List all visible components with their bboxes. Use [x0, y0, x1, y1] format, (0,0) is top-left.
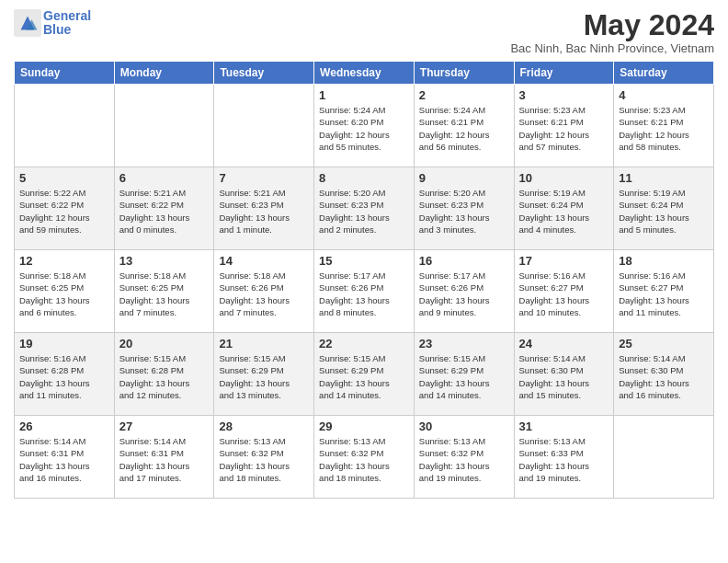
calendar-cell: 14Sunrise: 5:18 AM Sunset: 6:26 PM Dayli…	[214, 250, 314, 333]
calendar-cell: 19Sunrise: 5:16 AM Sunset: 6:28 PM Dayli…	[15, 333, 115, 416]
day-number: 29	[319, 419, 409, 433]
day-info: Sunrise: 5:14 AM Sunset: 6:30 PM Dayligh…	[519, 352, 609, 401]
day-number: 13	[119, 254, 210, 268]
day-number: 7	[219, 171, 309, 185]
weekday-header-monday: Monday	[114, 62, 214, 85]
calendar-cell: 27Sunrise: 5:14 AM Sunset: 6:31 PM Dayli…	[114, 416, 214, 499]
logo-text: General Blue	[43, 9, 91, 38]
header: General Blue May 2024 Bac Ninh, Bac Ninh…	[14, 9, 714, 55]
day-number: 28	[219, 419, 309, 433]
day-info: Sunrise: 5:13 AM Sunset: 6:32 PM Dayligh…	[319, 435, 409, 484]
calendar-cell: 17Sunrise: 5:16 AM Sunset: 6:27 PM Dayli…	[514, 250, 614, 333]
day-info: Sunrise: 5:14 AM Sunset: 6:30 PM Dayligh…	[619, 352, 709, 401]
day-number: 9	[419, 171, 509, 185]
calendar-cell	[114, 85, 214, 167]
day-number: 19	[19, 337, 109, 350]
calendar-cell	[15, 85, 115, 167]
title-area: May 2024 Bac Ninh, Bac Ninh Province, Vi…	[510, 9, 714, 55]
logo-area: General Blue	[14, 9, 91, 38]
day-info: Sunrise: 5:18 AM Sunset: 6:26 PM Dayligh…	[219, 270, 309, 318]
main-title: May 2024	[510, 9, 714, 41]
calendar-cell: 10Sunrise: 5:19 AM Sunset: 6:24 PM Dayli…	[514, 167, 614, 250]
day-info: Sunrise: 5:15 AM Sunset: 6:28 PM Dayligh…	[119, 352, 210, 401]
calendar-cell: 25Sunrise: 5:14 AM Sunset: 6:30 PM Dayli…	[614, 333, 714, 416]
day-number: 20	[119, 337, 210, 350]
day-number: 15	[319, 254, 409, 268]
day-info: Sunrise: 5:18 AM Sunset: 6:25 PM Dayligh…	[19, 270, 109, 318]
calendar-cell: 11Sunrise: 5:19 AM Sunset: 6:24 PM Dayli…	[614, 167, 714, 250]
calendar-cell: 22Sunrise: 5:15 AM Sunset: 6:29 PM Dayli…	[314, 333, 415, 416]
calendar-cell: 15Sunrise: 5:17 AM Sunset: 6:26 PM Dayli…	[314, 250, 415, 333]
logo-line2: Blue	[43, 23, 91, 37]
day-info: Sunrise: 5:13 AM Sunset: 6:33 PM Dayligh…	[519, 435, 609, 484]
weekday-header-sunday: Sunday	[15, 62, 115, 85]
calendar-cell: 8Sunrise: 5:20 AM Sunset: 6:23 PM Daylig…	[314, 167, 415, 250]
weekday-header-friday: Friday	[514, 62, 614, 85]
day-info: Sunrise: 5:13 AM Sunset: 6:32 PM Dayligh…	[219, 435, 309, 484]
day-info: Sunrise: 5:22 AM Sunset: 6:22 PM Dayligh…	[19, 187, 109, 236]
subtitle: Bac Ninh, Bac Ninh Province, Vietnam	[510, 41, 714, 55]
week-row-4: 19Sunrise: 5:16 AM Sunset: 6:28 PM Dayli…	[15, 333, 714, 416]
calendar-cell: 24Sunrise: 5:14 AM Sunset: 6:30 PM Dayli…	[514, 333, 614, 416]
logo-icon	[14, 9, 41, 37]
weekday-header-wednesday: Wednesday	[314, 62, 415, 85]
day-info: Sunrise: 5:23 AM Sunset: 6:21 PM Dayligh…	[519, 104, 609, 153]
day-number: 22	[319, 337, 409, 350]
calendar-cell: 16Sunrise: 5:17 AM Sunset: 6:26 PM Dayli…	[414, 250, 514, 333]
week-row-2: 5Sunrise: 5:22 AM Sunset: 6:22 PM Daylig…	[15, 167, 714, 250]
calendar-cell: 13Sunrise: 5:18 AM Sunset: 6:25 PM Dayli…	[114, 250, 214, 333]
day-number: 6	[119, 171, 210, 185]
day-number: 18	[619, 254, 709, 268]
day-number: 31	[519, 419, 609, 433]
calendar-cell: 28Sunrise: 5:13 AM Sunset: 6:32 PM Dayli…	[214, 416, 314, 499]
calendar-cell: 12Sunrise: 5:18 AM Sunset: 6:25 PM Dayli…	[15, 250, 115, 333]
day-number: 8	[319, 171, 409, 185]
day-number: 10	[519, 171, 609, 185]
weekday-header-row: SundayMondayTuesdayWednesdayThursdayFrid…	[15, 62, 714, 85]
day-number: 11	[619, 171, 709, 185]
day-info: Sunrise: 5:16 AM Sunset: 6:28 PM Dayligh…	[19, 352, 109, 401]
calendar-cell: 1Sunrise: 5:24 AM Sunset: 6:20 PM Daylig…	[314, 85, 415, 167]
calendar-cell: 18Sunrise: 5:16 AM Sunset: 6:27 PM Dayli…	[614, 250, 714, 333]
day-number: 21	[219, 337, 309, 350]
day-number: 26	[19, 419, 109, 433]
calendar-cell: 26Sunrise: 5:14 AM Sunset: 6:31 PM Dayli…	[15, 416, 115, 499]
day-info: Sunrise: 5:15 AM Sunset: 6:29 PM Dayligh…	[319, 352, 409, 401]
weekday-header-tuesday: Tuesday	[214, 62, 314, 85]
day-number: 27	[119, 419, 210, 433]
day-info: Sunrise: 5:19 AM Sunset: 6:24 PM Dayligh…	[519, 187, 609, 236]
calendar-cell: 30Sunrise: 5:13 AM Sunset: 6:32 PM Dayli…	[414, 416, 514, 499]
week-row-3: 12Sunrise: 5:18 AM Sunset: 6:25 PM Dayli…	[15, 250, 714, 333]
week-row-1: 1Sunrise: 5:24 AM Sunset: 6:20 PM Daylig…	[15, 85, 714, 167]
day-info: Sunrise: 5:14 AM Sunset: 6:31 PM Dayligh…	[119, 435, 210, 484]
calendar-cell: 29Sunrise: 5:13 AM Sunset: 6:32 PM Dayli…	[314, 416, 415, 499]
day-number: 16	[419, 254, 509, 268]
calendar-cell: 20Sunrise: 5:15 AM Sunset: 6:28 PM Dayli…	[114, 333, 214, 416]
day-info: Sunrise: 5:16 AM Sunset: 6:27 PM Dayligh…	[519, 270, 609, 318]
day-number: 25	[619, 337, 709, 350]
day-info: Sunrise: 5:21 AM Sunset: 6:22 PM Dayligh…	[119, 187, 210, 236]
page: General Blue May 2024 Bac Ninh, Bac Ninh…	[0, 0, 728, 563]
day-number: 1	[319, 88, 409, 102]
day-number: 5	[19, 171, 109, 185]
calendar-cell: 21Sunrise: 5:15 AM Sunset: 6:29 PM Dayli…	[214, 333, 314, 416]
calendar-cell	[214, 85, 314, 167]
calendar-cell: 31Sunrise: 5:13 AM Sunset: 6:33 PM Dayli…	[514, 416, 614, 499]
day-info: Sunrise: 5:19 AM Sunset: 6:24 PM Dayligh…	[619, 187, 709, 236]
day-info: Sunrise: 5:23 AM Sunset: 6:21 PM Dayligh…	[619, 104, 709, 153]
day-info: Sunrise: 5:18 AM Sunset: 6:25 PM Dayligh…	[119, 270, 210, 318]
day-number: 23	[419, 337, 509, 350]
calendar-cell: 3Sunrise: 5:23 AM Sunset: 6:21 PM Daylig…	[514, 85, 614, 167]
day-info: Sunrise: 5:16 AM Sunset: 6:27 PM Dayligh…	[619, 270, 709, 318]
logo-line1: General	[43, 9, 91, 23]
weekday-header-thursday: Thursday	[414, 62, 514, 85]
day-info: Sunrise: 5:24 AM Sunset: 6:20 PM Dayligh…	[319, 104, 409, 153]
day-info: Sunrise: 5:20 AM Sunset: 6:23 PM Dayligh…	[319, 187, 409, 236]
day-number: 14	[219, 254, 309, 268]
day-info: Sunrise: 5:24 AM Sunset: 6:21 PM Dayligh…	[419, 104, 509, 153]
day-number: 4	[619, 88, 709, 102]
calendar-cell: 4Sunrise: 5:23 AM Sunset: 6:21 PM Daylig…	[614, 85, 714, 167]
calendar-cell: 2Sunrise: 5:24 AM Sunset: 6:21 PM Daylig…	[414, 85, 514, 167]
week-row-5: 26Sunrise: 5:14 AM Sunset: 6:31 PM Dayli…	[15, 416, 714, 499]
day-number: 2	[419, 88, 509, 102]
